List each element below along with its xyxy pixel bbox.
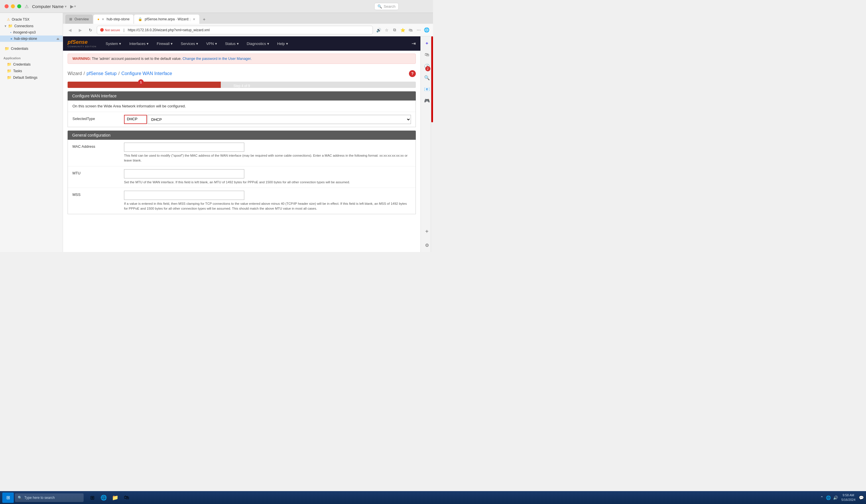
sidebar-item-credentials-top[interactable]: 📁 Credentials: [0, 45, 63, 52]
sidebar-games-icon[interactable]: 🎮: [422, 96, 432, 105]
edge-icon[interactable]: 🌐: [423, 27, 430, 34]
nav-firewall[interactable]: Firewall ▾: [153, 39, 176, 48]
tab-close-hub[interactable]: ✕: [102, 18, 104, 21]
hub-label: hub-step-stone: [14, 37, 37, 41]
pfsense-frame: pfSense COMMUNITY EDITION System ▾ Inter…: [63, 36, 420, 252]
minimize-button[interactable]: [11, 4, 15, 8]
default-settings-label: Default Settings: [13, 76, 37, 80]
hub-tab-icon: ●: [97, 17, 99, 21]
warning-link[interactable]: Change the password in the User Manager.: [183, 57, 252, 61]
selected-type-display: DHCP: [124, 115, 147, 124]
sidebar-item-credentials-app[interactable]: 📁 Credentials: [0, 61, 63, 68]
nav-diagnostics[interactable]: Diagnostics ▾: [243, 39, 273, 48]
tab-close-pfsense[interactable]: ✕: [193, 18, 195, 21]
status-dropdown-icon: ▾: [237, 42, 239, 46]
favorites-icon[interactable]: ☆: [383, 27, 390, 34]
computer-name-label: Computer Name: [32, 4, 64, 9]
mss-label: MSS: [73, 191, 124, 197]
titlebar-search[interactable]: 🔍 Search: [374, 3, 399, 10]
firewall-dropdown-icon: ▾: [171, 42, 173, 46]
sidebar-item-connections[interactable]: ▾ 📁 Connections: [0, 23, 63, 29]
help-button[interactable]: ?: [409, 70, 416, 77]
sidebar-wallet-icon[interactable]: 🛍: [422, 50, 432, 59]
nav-system[interactable]: System ▾: [102, 39, 124, 48]
mtu-control: Set the MTU of the WAN interface. If thi…: [124, 169, 411, 185]
eject-icon[interactable]: ⏏: [56, 37, 59, 41]
breadcrumb-setup[interactable]: pfSense Setup: [87, 71, 116, 76]
logout-button[interactable]: ⇥: [412, 41, 416, 47]
sidebar-item-oracle-tsx[interactable]: ⚠ Oracle TSX: [0, 16, 63, 23]
overview-tab-label: Overview: [75, 17, 89, 21]
general-config-form: MAC Address This field can be used to mo…: [68, 140, 416, 214]
read-aloud-icon[interactable]: 🔊: [375, 27, 382, 34]
back-button[interactable]: ◀: [66, 26, 74, 34]
breadcrumb: Wizard / pfSense Setup / Configure WAN I…: [63, 67, 420, 80]
refresh-button[interactable]: ↻: [87, 26, 95, 34]
sidebar-item-default-settings[interactable]: 📁 Default Settings: [0, 74, 63, 81]
sidebar-copilot-icon[interactable]: ✦: [422, 39, 432, 48]
nav-services[interactable]: Services ▾: [177, 39, 202, 48]
forward-button[interactable]: ▶: [76, 26, 84, 34]
mac-address-label: MAC Address: [73, 143, 124, 149]
shopping-icon[interactable]: 🛍: [407, 27, 414, 34]
nav-interfaces[interactable]: Interfaces ▾: [126, 39, 152, 48]
vpn-dropdown-icon: ▾: [215, 42, 217, 46]
diagnostics-dropdown-icon: ▾: [267, 42, 269, 46]
tab-pfsense[interactable]: 🔒 pfSense.home.arpa · Wizard: pfs... ✕: [134, 15, 199, 24]
mss-help: If a value is entered in this field, the…: [124, 201, 411, 211]
mss-input[interactable]: [124, 191, 244, 200]
app-credentials-label: Credentials: [13, 63, 31, 66]
sidebar-search2-icon[interactable]: 🔍: [422, 73, 432, 82]
application-section-label: Application: [0, 54, 63, 61]
form-row-mac: MAC Address This field can be used to mo…: [68, 140, 415, 166]
browser-more-icon[interactable]: ⋯: [415, 27, 422, 34]
general-config-title: General configuration: [72, 133, 111, 137]
mss-control: If a value is entered in this field, the…: [124, 191, 411, 211]
oracle-tsx-label: Oracle TSX: [12, 18, 30, 22]
address-input[interactable]: 🔴 Not secure | https://172.16.0.20/wizar…: [97, 26, 373, 34]
folder-icon: 📁: [8, 24, 13, 28]
mtu-input[interactable]: [124, 169, 244, 178]
sidebar-item-tasks[interactable]: 📁 Tasks: [0, 68, 63, 74]
mtu-help: Set the MTU of the WAN interface. If thi…: [124, 180, 411, 185]
app-icon: ⚠: [25, 4, 29, 9]
sidebar-outlook-icon[interactable]: 📧: [422, 85, 432, 94]
scrollbar-track[interactable]: [431, 36, 433, 252]
play-dropdown-icon[interactable]: ▾: [74, 4, 76, 8]
maximize-button[interactable]: [17, 4, 21, 8]
help-dropdown-icon: ▾: [286, 42, 288, 46]
configure-wan-form: On this screen the Wide Area Network inf…: [68, 101, 416, 127]
tab-hub[interactable]: ● ✕ hub-step-stone: [93, 15, 133, 24]
connections-label: Connections: [14, 24, 34, 28]
sidebar-item-ihoogend[interactable]: ▪ ihoogend-vps3: [0, 29, 63, 35]
tasks-folder-icon: 📁: [7, 69, 11, 73]
breadcrumb-wizard: Wizard: [68, 71, 82, 76]
dropdown-arrow-icon[interactable]: ▾: [65, 4, 67, 9]
wan-type-select[interactable]: DHCP Static PPPoE PPTP L2TP None: [147, 115, 411, 124]
lock-icon: 🔴: [100, 28, 104, 32]
overview-tab-icon: ⊞: [69, 17, 72, 21]
nav-status[interactable]: Status ▾: [222, 39, 242, 48]
favorites-bar-icon[interactable]: ⭐: [399, 27, 406, 34]
sidebar-settings-icon[interactable]: ⚙: [422, 240, 432, 250]
sidebar-add-icon[interactable]: +: [422, 227, 432, 236]
scrollbar-thumb: [431, 36, 433, 122]
play-icon[interactable]: ▶: [70, 4, 74, 9]
split-view-icon[interactable]: ⧉: [391, 27, 398, 34]
warning-banner: WARNING: The 'admin' account password is…: [68, 54, 416, 64]
tab-overview[interactable]: ⊞ Overview: [65, 15, 93, 24]
nav-help[interactable]: Help ▾: [274, 39, 291, 48]
nav-vpn[interactable]: VPN ▾: [203, 39, 221, 48]
new-tab-button[interactable]: +: [200, 15, 208, 24]
cred-folder-icon: 📁: [7, 62, 11, 66]
address-bar: ◀ ▶ ↻ 🔴 Not secure | https://172.16.0.20…: [63, 24, 433, 36]
credentials-label: Credentials: [11, 47, 28, 51]
sidebar-item-hub[interactable]: ● hub-step-stone ⏏: [0, 35, 63, 42]
security-indicator: 🔴 Not secure: [100, 28, 120, 32]
tasks-label: Tasks: [13, 69, 22, 73]
breadcrumb-sep2: /: [118, 71, 120, 76]
form-description: On this screen the Wide Area Network inf…: [68, 101, 415, 112]
mac-address-input[interactable]: [124, 143, 244, 152]
warning-text: The 'admin' account password is set to t…: [92, 57, 181, 61]
close-button[interactable]: [4, 4, 9, 8]
